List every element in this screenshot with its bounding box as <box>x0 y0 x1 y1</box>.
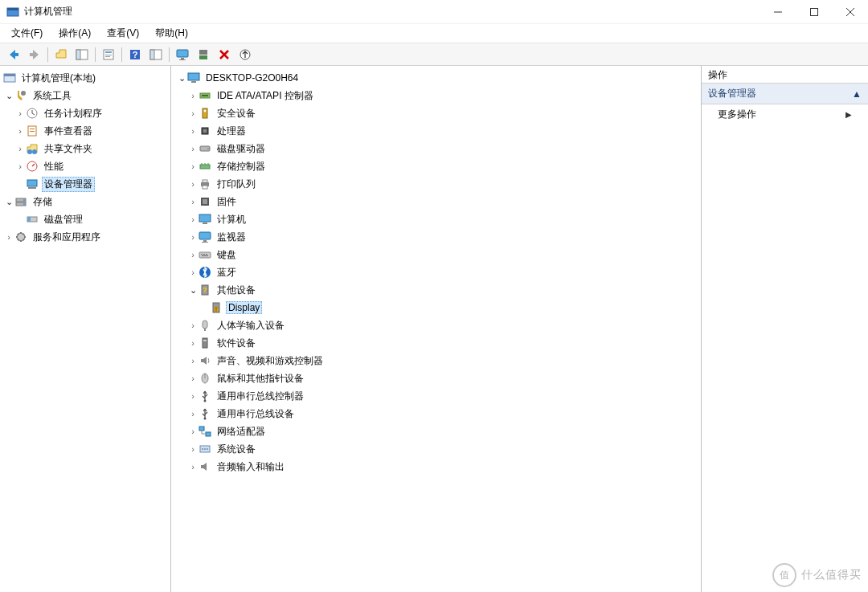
device-category[interactable]: ›计算机 <box>176 210 701 228</box>
up-button[interactable] <box>51 46 71 63</box>
help-button[interactable] <box>125 46 145 63</box>
device-category[interactable]: ›键盘 <box>176 246 701 263</box>
menu-view[interactable]: 查看(V) <box>99 24 147 43</box>
menubar: 文件(F) 操作(A) 查看(V) 帮助(H) <box>0 24 868 43</box>
menu-file[interactable]: 文件(F) <box>3 24 51 43</box>
device-category[interactable]: ›存储控制器 <box>176 157 701 175</box>
device-category[interactable]: ›网络适配器 <box>176 423 701 440</box>
device-category[interactable]: ›通用串行总线设备 <box>176 405 701 423</box>
device-category[interactable]: ›系统设备 <box>176 440 701 458</box>
actions-category[interactable]: 设备管理器 ▲ <box>702 84 868 104</box>
device-category[interactable]: ›安全设备 <box>176 104 701 122</box>
chevron-right-icon: ▶ <box>845 110 852 119</box>
enable-device-button[interactable] <box>194 46 213 63</box>
device-category[interactable]: ›监视器 <box>176 228 701 246</box>
device-item[interactable]: Display <box>176 299 701 316</box>
device-category[interactable]: ›通用串行总线控制器 <box>176 387 701 405</box>
nav-forward-button[interactable] <box>25 46 44 63</box>
show-hide-tree-button[interactable] <box>72 46 92 63</box>
maximize-button[interactable] <box>796 0 832 24</box>
device-category[interactable]: ⌄其他设备 <box>176 281 701 299</box>
device-category[interactable]: ›IDE ATA/ATAPI 控制器 <box>176 87 701 104</box>
menu-action[interactable]: 操作(A) <box>51 24 99 43</box>
device-category[interactable]: ›磁盘驱动器 <box>176 140 701 157</box>
device-category[interactable]: ›鼠标和其他指针设备 <box>176 369 701 387</box>
device-category[interactable]: ›固件 <box>176 193 701 210</box>
uninstall-device-button[interactable] <box>215 46 234 63</box>
device-category[interactable]: ›打印队列 <box>176 175 701 193</box>
toolbar <box>0 43 868 66</box>
properties-button[interactable] <box>99 46 118 63</box>
device-category[interactable]: ›软件设备 <box>176 334 701 352</box>
collapse-icon: ▲ <box>852 88 862 100</box>
app-icon <box>6 6 19 18</box>
svg-rect-75 <box>810 8 817 15</box>
action-pane-button[interactable] <box>146 46 166 63</box>
close-button[interactable] <box>832 0 868 24</box>
device-category[interactable]: ›音频输入和输出 <box>176 458 701 476</box>
window-title: 计算机管理 <box>24 5 72 18</box>
device-root[interactable]: ⌄ DESKTOP-G2O0H64 <box>176 69 701 87</box>
nav-back-button[interactable] <box>4 46 23 63</box>
warning-icon <box>210 301 223 314</box>
speaker-icon <box>199 460 211 473</box>
actions-header: 操作 <box>702 66 868 84</box>
menu-help[interactable]: 帮助(H) <box>147 24 196 43</box>
scan-hardware-button[interactable] <box>173 46 192 63</box>
titlebar: 计算机管理 <box>0 0 868 24</box>
device-manager-tree: ⌄ DESKTOP-G2O0H64 ›IDE ATA/ATAPI 控制器›安全设… <box>171 66 702 592</box>
actions-pane: 操作 设备管理器 ▲ 更多操作 ▶ <box>702 66 868 592</box>
update-driver-button[interactable] <box>235 46 255 63</box>
tree-disk-management[interactable]: 磁盘管理 <box>3 210 170 228</box>
device-category[interactable]: ›人体学输入设备 <box>176 316 701 334</box>
minimize-button[interactable] <box>760 0 796 24</box>
actions-more[interactable]: 更多操作 ▶ <box>702 104 868 125</box>
console-tree: 计算机管理(本地) ⌄ 系统工具 › 任务计划程序 › 事件查看器 › 共享文件… <box>0 66 171 592</box>
device-category[interactable]: ›处理器 <box>176 122 701 140</box>
device-category[interactable]: ›蓝牙 <box>176 263 701 281</box>
device-category[interactable]: ›声音、视频和游戏控制器 <box>176 352 701 369</box>
